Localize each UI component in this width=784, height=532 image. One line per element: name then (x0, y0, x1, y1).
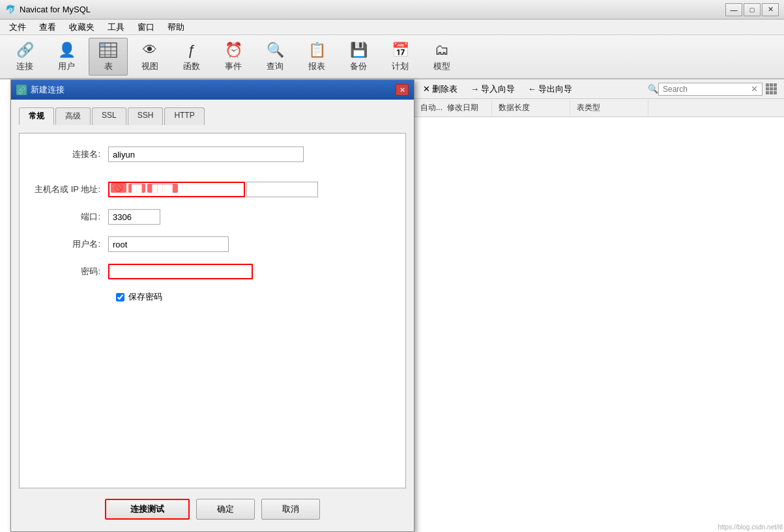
toolbar-table[interactable]: 表 (89, 38, 128, 76)
toolbar-query-label: 查询 (267, 61, 283, 72)
host-ip-input[interactable] (108, 182, 245, 197)
close-button[interactable]: ✕ (762, 3, 779, 16)
model-icon: 🗂 (431, 41, 452, 59)
toolbar-user-label: 用户 (58, 61, 75, 72)
query-icon: 🔍 (265, 41, 285, 59)
username-label: 用户名: (30, 238, 108, 250)
connect-icon: 🔗 (14, 41, 35, 59)
tab-http[interactable]: HTTP (164, 107, 204, 125)
toolbar-function[interactable]: ƒ 函数 (172, 38, 211, 76)
dialog-close-button[interactable]: ✕ (396, 84, 409, 96)
event-icon: ⏰ (223, 41, 244, 59)
toolbar-function-label: 函数 (183, 61, 200, 72)
new-connection-dialog: 🔗 新建连接 ✕ 常规 高级 SSL SSH HTTP 连接名 (10, 79, 414, 532)
title-bar: 🐬 Navicat for MySQL — □ ✕ (0, 0, 784, 20)
view-icon: 👁 (139, 41, 160, 59)
toolbar-report-label: 报表 (308, 61, 325, 72)
host-ip-label: 主机名或 IP 地址: (30, 184, 108, 195)
toolbar-query[interactable]: 🔍 查询 (255, 38, 295, 76)
backup-icon: 💾 (348, 41, 369, 59)
user-icon: 👤 (56, 41, 77, 59)
menu-file[interactable]: 文件 (3, 20, 33, 35)
host-ip-secondary[interactable] (246, 182, 318, 197)
toolbar: 🔗 连接 👤 用户 表 👁 视图 ƒ 函数 ⏰ 事件 🔍 (0, 35, 784, 79)
tab-ssh[interactable]: SSH (128, 107, 164, 125)
dialog-title-bar: 🔗 新建连接 ✕ (11, 80, 414, 100)
svg-rect-6 (100, 43, 105, 47)
table-icon (98, 41, 119, 59)
toolbar-connect-label: 连接 (16, 61, 33, 72)
tab-ssl[interactable]: SSL (92, 107, 126, 125)
password-label: 密码: (30, 266, 108, 277)
ok-button[interactable]: 确定 (196, 499, 255, 520)
toolbar-report[interactable]: 📋 报表 (297, 38, 336, 76)
app-icon: 🐬 (5, 5, 16, 15)
window-controls: — □ ✕ (725, 3, 779, 16)
menu-window[interactable]: 窗口 (131, 20, 161, 35)
toolbar-connect[interactable]: 🔗 连接 (5, 38, 44, 76)
connection-name-label: 连接名: (30, 148, 108, 160)
tab-advanced[interactable]: 高级 (55, 107, 91, 125)
toolbar-schedule[interactable]: 📅 计划 (381, 38, 420, 76)
toolbar-event[interactable]: ⏰ 事件 (214, 38, 253, 76)
app-title: Navicat for MySQL (20, 5, 725, 14)
host-ip-row: 主机名或 IP 地址: 🚫 ██ ████ (30, 182, 395, 197)
username-input[interactable] (108, 236, 229, 252)
main-area: ✕ 删除表 → 导入向导 ← 导出向导 🔍 ✕ (0, 79, 784, 532)
password-row: 密码: (30, 264, 395, 279)
port-input[interactable] (108, 209, 160, 225)
dialog-title: 新建连接 (31, 84, 396, 96)
toolbar-model[interactable]: 🗂 模型 (422, 38, 461, 76)
port-label: 端口: (30, 211, 108, 223)
toolbar-schedule-label: 计划 (392, 61, 409, 72)
save-password-row: 保存密码 (116, 291, 395, 303)
toolbar-event-label: 事件 (225, 61, 242, 72)
report-icon: 📋 (306, 41, 327, 59)
tab-general[interactable]: 常规 (19, 107, 54, 125)
menu-bar: 文件 查看 收藏夹 工具 窗口 帮助 (0, 20, 784, 35)
toolbar-user[interactable]: 👤 用户 (47, 38, 86, 76)
schedule-icon: 📅 (390, 41, 411, 59)
minimize-button[interactable]: — (725, 3, 742, 16)
menu-view[interactable]: 查看 (33, 20, 63, 35)
toolbar-backup-label: 备份 (350, 61, 367, 72)
menu-tools[interactable]: 工具 (101, 20, 131, 35)
username-row: 用户名: (30, 236, 395, 252)
menu-favorites[interactable]: 收藏夹 (63, 20, 101, 35)
connection-name-row: 连接名: (30, 147, 395, 162)
function-icon: ƒ (181, 41, 202, 59)
toolbar-model-label: 模型 (433, 61, 450, 72)
port-row: 端口: (30, 209, 395, 225)
toolbar-view[interactable]: 👁 视图 (130, 38, 169, 76)
password-input[interactable] (108, 264, 253, 279)
save-password-label[interactable]: 保存密码 (128, 291, 162, 303)
toolbar-backup[interactable]: 💾 备份 (339, 38, 378, 76)
tab-bar: 常规 高级 SSL SSH HTTP (19, 107, 406, 125)
connection-name-input[interactable] (108, 147, 304, 162)
dialog-body: 常规 高级 SSL SSH HTTP 连接名: (11, 100, 414, 532)
toolbar-view-label: 视图 (141, 61, 158, 72)
dialog-icon: 🔗 (16, 85, 27, 95)
cancel-button[interactable]: 取消 (261, 499, 320, 520)
test-connection-button[interactable]: 连接测试 (105, 499, 190, 520)
menu-help[interactable]: 帮助 (161, 20, 191, 35)
dialog-footer: 连接测试 确定 取消 (19, 488, 406, 525)
dialog-overlay: 🔗 新建连接 ✕ 常规 高级 SSL SSH HTTP 连接名 (0, 79, 784, 532)
maximize-button[interactable]: □ (744, 3, 761, 16)
toolbar-table-label: 表 (104, 61, 113, 72)
save-password-checkbox[interactable] (116, 293, 124, 301)
tab-content-general: 连接名: 主机名或 IP 地址: 🚫 ██ (19, 133, 406, 488)
